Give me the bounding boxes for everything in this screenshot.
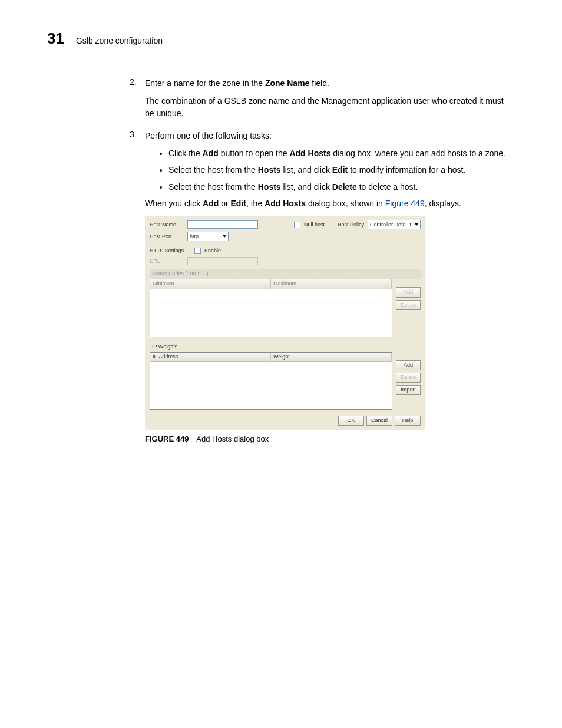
host-name-label: Host Name [150,221,184,229]
null-host-label: Null host [304,221,325,229]
status-delete-button[interactable]: Delete [396,300,421,310]
null-host-checkbox[interactable] [294,222,300,228]
host-port-value: http [190,233,199,241]
figure-number: FIGURE 449 [145,434,189,443]
ip-weights-table: IP Address Weight [150,352,392,410]
col-maximum: Maximum [271,279,392,288]
cancel-button[interactable]: Cancel [366,416,392,426]
step-2-line-2: The combination of a GSLB zone name and … [145,95,515,119]
col-minimum: Minimum [150,279,271,288]
status-add-button[interactable]: Add [396,287,421,297]
chevron-down-icon [223,235,226,238]
ip-weights-body[interactable] [150,362,392,409]
host-name-input[interactable] [187,220,258,229]
status-codes-label: Status Codes (100-999) [150,269,421,279]
enable-checkbox[interactable] [194,248,201,254]
step-3: 3. Perform one of the following tasks: C… [130,130,515,445]
http-settings-label: HTTP Settings [150,247,191,255]
step-3-after: When you click Add or Edit, the Add Host… [145,197,515,209]
ok-button[interactable]: OK [338,416,364,426]
step-3-bullets: Click the Add button to open the Add Hos… [145,147,515,193]
status-codes-table: Minimum Maximum [150,279,392,337]
page-number: 31 [47,29,64,48]
host-port-dropdown[interactable]: http [187,232,229,241]
figure-caption-text: Add Hosts dialog box [196,434,269,443]
page-header: 31 Gslb zone configuration [47,29,515,48]
step-number: 3. [130,130,145,445]
ip-import-button[interactable]: Import [396,385,421,395]
host-policy-dropdown[interactable]: Controller Default [368,220,421,229]
ip-weights-label: IP Weights [150,342,421,352]
add-hosts-dialog: Host Name Null host Host Policy Controll… [145,216,425,430]
col-ip: IP Address [150,353,271,361]
ip-delete-button[interactable]: Delete [396,373,421,383]
chevron-down-icon [415,223,418,226]
step-number: 2. [130,77,145,125]
enable-label: Enable [204,247,221,255]
ip-add-button[interactable]: Add [396,360,421,370]
bullet-3: Select the host from the Hosts list, and… [168,181,515,193]
url-input [187,257,258,265]
status-codes-body[interactable] [150,289,392,337]
step-3-line-1: Perform one of the following tasks: [145,130,515,141]
content: 2. Enter a name for the zone in the Zone… [130,77,515,445]
figure-caption: FIGURE 449 Add Hosts dialog box [145,434,515,445]
host-policy-label: Host Policy [338,221,364,229]
col-weight: Weight [271,353,392,361]
step-2: 2. Enter a name for the zone in the Zone… [130,77,515,125]
host-port-label: Host Port [150,233,184,241]
help-button[interactable]: Help [395,416,421,426]
bullet-2: Select the host from the Hosts list, and… [168,164,515,176]
page-title: Gslb zone configuration [76,36,163,45]
host-policy-value: Controller Default [370,221,411,229]
bullet-1: Click the Add button to open the Add Hos… [168,147,515,159]
url-label: URL [150,258,184,265]
step-2-line-1: Enter a name for the zone in the Zone Na… [145,77,515,89]
